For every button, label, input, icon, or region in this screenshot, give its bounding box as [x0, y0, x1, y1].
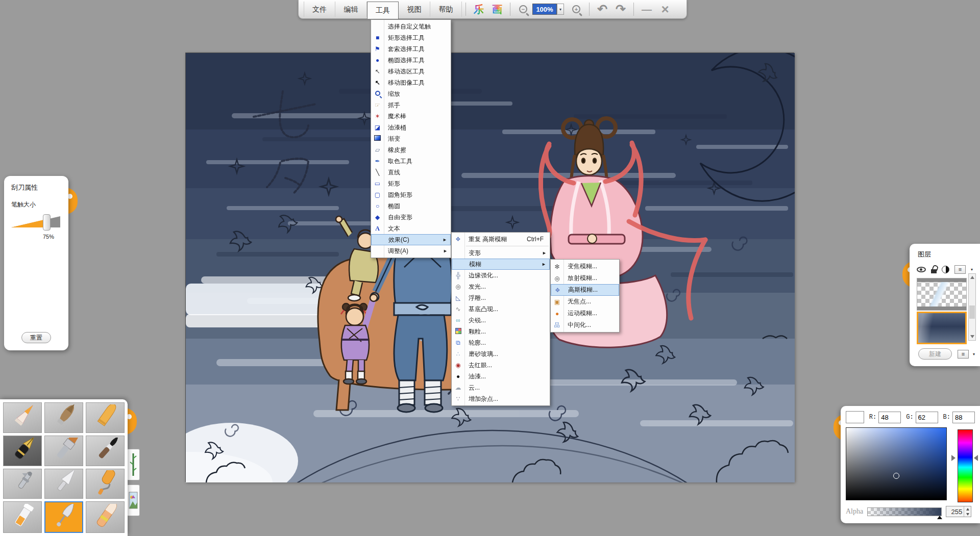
tools-menu-item[interactable]: ↖移动选区工具 — [371, 66, 451, 77]
effects-menu-item[interactable]: ∞尖锐... — [452, 315, 550, 326]
picture-brush-set-button[interactable] — [127, 484, 140, 516]
brush-paint-jar[interactable] — [3, 501, 42, 533]
tools-menu-item[interactable]: ✒取色工具 — [371, 156, 451, 167]
blur-menu-item[interactable]: ◎放射模糊... — [551, 272, 619, 284]
reset-button[interactable]: 重置 — [21, 332, 51, 343]
zoom-level-value[interactable]: 100% — [532, 4, 557, 15]
brush-paintbrush[interactable] — [44, 436, 83, 466]
scroll-up-icon[interactable] — [970, 276, 974, 279]
layer-visibility-icon[interactable] — [917, 267, 926, 272]
effects-menu-item[interactable]: ◉去红眼... — [452, 360, 550, 371]
undo-button[interactable]: ↶ — [593, 2, 611, 16]
tools-menu-item-adjust[interactable]: 调整(A)► — [371, 245, 451, 257]
zoom-level-dropdown[interactable]: ▾ — [557, 4, 564, 15]
effects-menu-item[interactable]: ❖重复 高斯模糊Ctrl+F — [452, 234, 550, 245]
hue-marker-right[interactable] — [974, 455, 978, 461]
alpha-spinner[interactable]: 255 — [946, 506, 971, 517]
spin-down-icon[interactable] — [964, 512, 971, 517]
tools-menu-item[interactable]: ⚑套索选择工具 — [371, 43, 451, 55]
menu-edit[interactable]: 编辑 — [335, 2, 367, 17]
effects-menu-item[interactable]: ◺浮雕... — [452, 292, 550, 303]
brush-pencil[interactable] — [3, 402, 42, 433]
blur-menu-item[interactable]: ▣无焦点... — [551, 296, 619, 308]
menu-view[interactable]: 视图 — [399, 2, 430, 17]
bamboo-brush-set-button[interactable] — [127, 449, 140, 480]
brush-paint-roller[interactable] — [86, 469, 125, 499]
tools-menu-item[interactable]: ▢圆角矩形 — [371, 189, 451, 200]
tools-menu-item[interactable]: ■矩形选择工具 — [371, 32, 451, 43]
tools-menu-item[interactable]: ↖移动图像工具 — [371, 77, 451, 88]
layers-options-button[interactable]: ≡ — [958, 350, 969, 359]
brush-eraser[interactable] — [86, 501, 125, 533]
brush-ink-brush[interactable] — [86, 436, 125, 466]
brush-palette-knife[interactable] — [44, 469, 83, 499]
brush-airbrush[interactable] — [3, 469, 42, 499]
brush-size-slider[interactable] — [11, 216, 60, 229]
effects-menu-item-blur[interactable]: 模糊► — [452, 259, 550, 270]
effects-menu-item[interactable]: ∿基底凸现... — [452, 303, 550, 315]
layer-thumbnail-top[interactable] — [917, 278, 967, 311]
brush-crayon[interactable] — [86, 402, 125, 433]
effects-menu-item[interactable]: ╬边缘强化... — [452, 270, 550, 281]
color-picker-cursor[interactable] — [893, 473, 899, 479]
menu-help[interactable]: 帮助 — [430, 2, 462, 17]
saturation-value-picker[interactable] — [846, 427, 947, 500]
chevron-down-icon[interactable]: ▾ — [973, 352, 975, 356]
tools-menu-item[interactable]: ✶魔术棒 — [371, 111, 451, 122]
brush-taper-brush[interactable] — [44, 402, 83, 433]
tools-menu-item[interactable]: ▭矩形 — [371, 178, 451, 189]
zoom-out-button[interactable]: − — [514, 2, 532, 16]
close-button[interactable]: × — [656, 2, 674, 16]
spin-up-icon[interactable] — [964, 506, 971, 512]
blur-menu-item[interactable]: ✻变焦模糊... — [551, 261, 619, 272]
app-logo-icon[interactable]: 乐 — [470, 2, 488, 16]
scroll-down-icon[interactable] — [970, 335, 974, 338]
chevron-down-icon[interactable]: ▾ — [971, 267, 973, 272]
layer-lock-icon[interactable] — [931, 269, 937, 273]
zoom-in-button[interactable]: + — [567, 2, 585, 16]
tools-menu-item[interactable]: ╲直线 — [371, 167, 451, 178]
tools-menu-item[interactable]: ◆自由变形 — [371, 212, 451, 223]
tools-menu-item[interactable]: 渐变 — [371, 133, 451, 144]
tools-menu-item[interactable]: 缩放 — [371, 88, 451, 99]
brush-fountain-pen[interactable] — [3, 436, 42, 466]
tools-menu-item[interactable]: ▱橡皮擦 — [371, 144, 451, 156]
menu-file[interactable]: 文件 — [304, 2, 335, 17]
slider-handle[interactable] — [43, 214, 51, 231]
tools-menu-item[interactable]: 选择自定义笔触 — [371, 21, 451, 32]
effects-menu-item[interactable]: ◎发光... — [452, 281, 550, 292]
hue-bar[interactable] — [958, 429, 973, 502]
scrollbar-thumb[interactable] — [969, 305, 975, 319]
tools-menu-item[interactable]: ○椭圆 — [371, 200, 451, 212]
effects-menu-item[interactable]: ●油漆... — [452, 371, 550, 382]
layer-opacity-icon[interactable] — [942, 266, 949, 273]
menu-tools[interactable]: 工具 — [367, 2, 399, 19]
layer-thumbnail-selected[interactable] — [917, 312, 967, 344]
effects-menu-item[interactable]: 颗粒... — [452, 326, 550, 337]
tools-menu-item[interactable]: A文本 — [371, 223, 451, 234]
gallery-icon[interactable]: 画 — [488, 2, 506, 16]
layers-scrollbar[interactable] — [968, 273, 976, 341]
tools-menu-item[interactable]: ☞抓手 — [371, 99, 451, 111]
effects-menu-item[interactable]: ∴磨砂玻璃... — [452, 348, 550, 360]
blur-menu-item-gaussian[interactable]: ❖高斯模糊... — [551, 284, 619, 296]
effects-menu-item[interactable]: 变形► — [452, 247, 550, 259]
new-layer-button[interactable]: 新建 — [918, 348, 952, 360]
blur-menu-item[interactable]: ●运动模糊... — [551, 308, 619, 319]
redo-button[interactable]: ↷ — [611, 2, 630, 16]
alpha-slider[interactable] — [867, 507, 942, 516]
blur-menu-item[interactable]: 品中间化... — [551, 319, 619, 331]
b-input[interactable] — [952, 412, 975, 423]
minimize-button[interactable]: — — [638, 2, 656, 16]
r-input[interactable] — [878, 412, 901, 423]
tools-menu-item-effects[interactable]: 效果(C)► — [371, 234, 451, 245]
brush-scraper-selected[interactable] — [44, 501, 83, 533]
hue-marker-left[interactable] — [951, 455, 955, 461]
effects-menu-item[interactable]: ☁云... — [452, 382, 550, 393]
effects-menu-item[interactable]: ∵增加杂点... — [452, 393, 550, 404]
tools-menu-item[interactable]: ●椭圆选择工具 — [371, 55, 451, 66]
g-input[interactable] — [916, 412, 938, 423]
effects-menu-item[interactable]: ⧉轮廓... — [452, 337, 550, 348]
layer-menu-button[interactable]: ≡ — [954, 265, 966, 274]
alpha-slider-marker[interactable] — [937, 516, 942, 519]
